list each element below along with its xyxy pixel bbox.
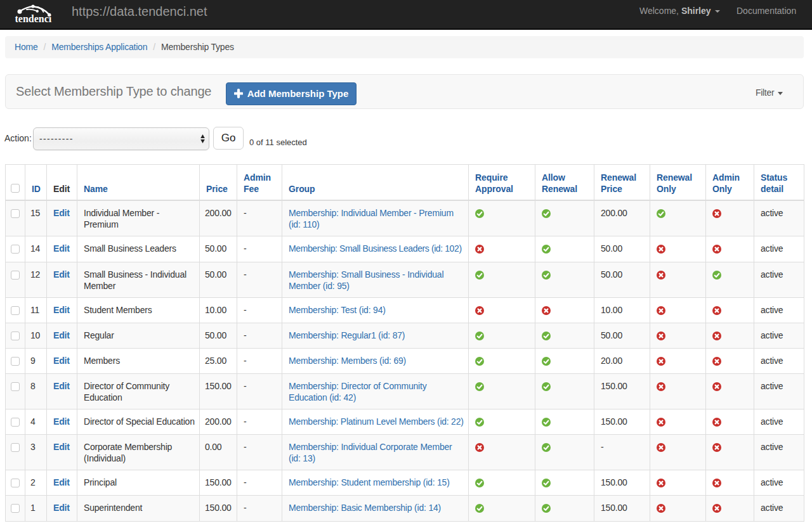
svg-text:tendenci: tendenci — [15, 13, 52, 24]
